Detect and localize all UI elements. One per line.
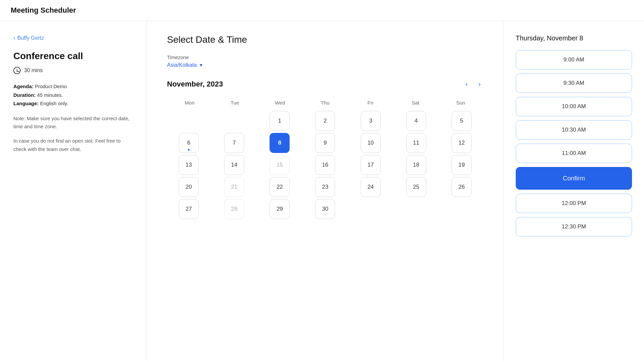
dropdown-arrow-icon: ▼ bbox=[199, 62, 203, 68]
info-section: Agenda: Product Demo Duration: 45 minute… bbox=[13, 82, 133, 108]
calendar-day-10[interactable]: 10 bbox=[361, 133, 381, 153]
calendar-day-21: 21 bbox=[224, 177, 244, 197]
calendar-day-29[interactable]: 29 bbox=[270, 199, 290, 219]
app-header: Meeting Scheduler bbox=[0, 0, 644, 21]
note-2: In case you do not find an open slot. Fe… bbox=[13, 137, 133, 154]
calendar-day-25[interactable]: 25 bbox=[406, 177, 426, 197]
duration-text: 30 mins bbox=[24, 67, 43, 73]
calendar-day-11[interactable]: 11 bbox=[406, 133, 426, 153]
language-label: Language: bbox=[13, 101, 39, 106]
calendar-day-12[interactable]: 12 bbox=[452, 133, 472, 153]
left-panel: ‹ Buffy Gertz Conference call 30 mins Ag… bbox=[0, 21, 147, 361]
calendar-day-8[interactable]: 8 bbox=[270, 133, 290, 153]
time-slot-9:00-am[interactable]: 9:00 AM bbox=[516, 50, 632, 69]
next-month-button[interactable]: › bbox=[476, 79, 483, 89]
right-panel: Thursday, November 8 9:00 AM9:30 AM10:00… bbox=[504, 21, 644, 361]
time-slot-10:00-am[interactable]: 10:00 AM bbox=[516, 97, 632, 116]
back-link-label: Buffy Gertz bbox=[17, 35, 44, 41]
timezone-label: Timezone bbox=[167, 54, 483, 60]
timezone-select[interactable]: Asia/Kolkata ▼ bbox=[167, 62, 483, 68]
time-slot-9:30-am[interactable]: 9:30 AM bbox=[516, 73, 632, 93]
calendar-day-empty bbox=[452, 199, 472, 219]
calendar-day-4[interactable]: 4 bbox=[406, 111, 426, 131]
calendar-day-28: 28 bbox=[224, 199, 244, 219]
weekday-sat: Sat bbox=[393, 97, 438, 108]
calendar-day-7[interactable]: 7 bbox=[224, 133, 244, 153]
time-slot-10:30-am[interactable]: 10:30 AM bbox=[516, 120, 632, 140]
calendar-day-30[interactable]: 30 bbox=[315, 199, 335, 219]
note-1: Note: Make sure you have selected the co… bbox=[13, 115, 133, 131]
meeting-title: Conference call bbox=[13, 51, 133, 61]
calendar-day-2[interactable]: 2 bbox=[315, 111, 335, 131]
calendar-day-26[interactable]: 26 bbox=[452, 177, 472, 197]
calendar-day-13[interactable]: 13 bbox=[179, 155, 199, 175]
calendar-day-empty bbox=[406, 199, 426, 219]
agenda-value: Product Demo bbox=[33, 83, 67, 89]
weekday-thu: Thu bbox=[303, 97, 348, 108]
agenda-label: Agenda: bbox=[13, 83, 33, 89]
calendar-day-24[interactable]: 24 bbox=[361, 177, 381, 197]
weekday-sun: Sun bbox=[438, 97, 483, 108]
calendar-day-14[interactable]: 14 bbox=[224, 155, 244, 175]
center-panel: Select Date & Time Timezone Asia/Kolkata… bbox=[147, 21, 504, 361]
duration-line: Duration: 45 minutes. bbox=[13, 91, 133, 100]
calendar-day-19[interactable]: 19 bbox=[452, 155, 472, 175]
time-slot-confirm[interactable]: Confirm bbox=[516, 167, 632, 190]
duration-info-value: 45 minutes. bbox=[36, 92, 63, 98]
calendar-day-17[interactable]: 17 bbox=[361, 155, 381, 175]
app-title: Meeting Scheduler bbox=[11, 6, 76, 14]
nav-arrows: ‹ › bbox=[463, 79, 483, 89]
calendar-month: November, 2023 bbox=[167, 80, 223, 88]
calendar-day-5[interactable]: 5 bbox=[452, 111, 472, 131]
prev-month-button[interactable]: ‹ bbox=[463, 79, 471, 89]
calendar-header: November, 2023 ‹ › bbox=[167, 79, 483, 89]
weekday-mon: Mon bbox=[167, 97, 212, 108]
calendar-day-23[interactable]: 23 bbox=[315, 177, 335, 197]
main-layout: ‹ Buffy Gertz Conference call 30 mins Ag… bbox=[0, 21, 644, 361]
calendar-day-empty bbox=[179, 111, 199, 131]
selected-date-heading: Thursday, November 8 bbox=[516, 34, 632, 42]
time-slot-12:00-pm[interactable]: 12:00 PM bbox=[516, 194, 632, 213]
timezone-value: Asia/Kolkata bbox=[167, 62, 197, 68]
calendar-day-empty bbox=[224, 111, 244, 131]
time-slot-11:00-am[interactable]: 11:00 AM bbox=[516, 144, 632, 163]
calendar-day-15: 15 bbox=[270, 155, 290, 175]
calendar-day-27[interactable]: 27 bbox=[179, 199, 199, 219]
weekday-fri: Fri bbox=[348, 97, 393, 108]
agenda-line: Agenda: Product Demo bbox=[13, 82, 133, 91]
language-value: English only. bbox=[39, 101, 68, 106]
weekday-wed: Wed bbox=[258, 97, 303, 108]
time-slots-container: 9:00 AM9:30 AM10:00 AM10:30 AM11:00 AMCo… bbox=[516, 50, 632, 236]
back-link[interactable]: ‹ Buffy Gertz bbox=[13, 34, 133, 41]
calendar-day-18[interactable]: 18 bbox=[406, 155, 426, 175]
language-line: Language: English only. bbox=[13, 99, 133, 108]
calendar-day-empty bbox=[361, 199, 381, 219]
section-title: Select Date & Time bbox=[167, 34, 483, 45]
duration-label: Duration: bbox=[13, 92, 36, 98]
duration-row: 30 mins bbox=[13, 67, 133, 74]
calendar-days: 1234567891011121314151617181920212223242… bbox=[167, 111, 483, 219]
calendar-day-1[interactable]: 1 bbox=[270, 111, 290, 131]
calendar-day-3[interactable]: 3 bbox=[361, 111, 381, 131]
calendar-day-16[interactable]: 16 bbox=[315, 155, 335, 175]
time-slot-12:30-pm[interactable]: 12:30 PM bbox=[516, 217, 632, 236]
calendar-grid: Mon Tue Wed Thu Fri Sat Sun 123456789101… bbox=[167, 97, 483, 219]
weekday-tue: Tue bbox=[212, 97, 257, 108]
note-section: Note: Make sure you have selected the co… bbox=[13, 115, 133, 154]
clock-icon bbox=[13, 67, 21, 74]
calendar-day-6[interactable]: 6 bbox=[179, 133, 199, 153]
chevron-left-icon: ‹ bbox=[13, 34, 15, 41]
calendar-weekdays: Mon Tue Wed Thu Fri Sat Sun bbox=[167, 97, 483, 108]
calendar-day-20[interactable]: 20 bbox=[179, 177, 199, 197]
calendar-day-22[interactable]: 22 bbox=[270, 177, 290, 197]
calendar-day-9[interactable]: 9 bbox=[315, 133, 335, 153]
